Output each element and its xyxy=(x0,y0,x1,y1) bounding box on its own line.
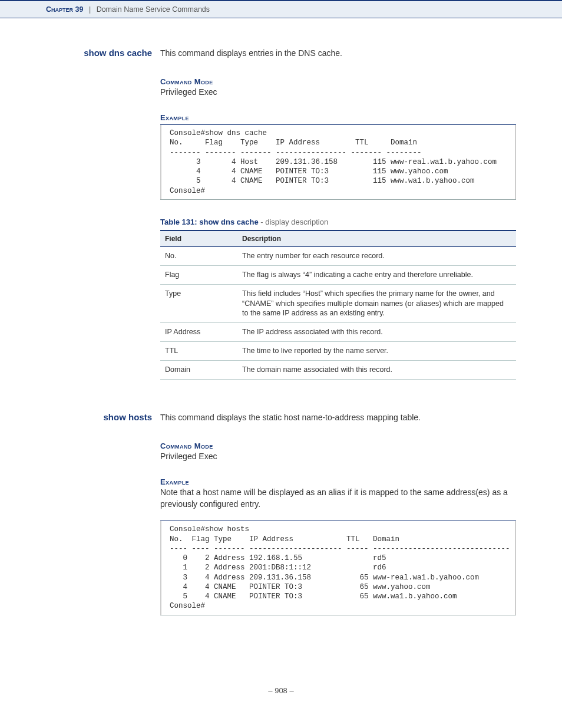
example-output: Console#show dns cache No. Flag Type IP … xyxy=(170,129,509,196)
chapter-name: Domain Name Service Commands xyxy=(97,5,210,14)
page-content: show dns cache This command displays ent… xyxy=(0,18,562,719)
section-body: Command Mode Privileged Exec Example Con… xyxy=(160,77,516,380)
example-box: Console#show hosts No. Flag Type IP Addr… xyxy=(160,521,516,614)
command-mode-label: Command Mode xyxy=(160,442,516,450)
chapter-label: Chapter 39 xyxy=(46,5,83,14)
section-show-hosts: show hosts This command displays the sta… xyxy=(46,412,516,615)
cell-field: Domain xyxy=(160,361,237,380)
table-caption-strong: Table 131: show dns cache xyxy=(160,218,259,226)
example-rule-bottom xyxy=(160,615,516,615)
example-output: Console#show hosts No. Flag Type IP Addr… xyxy=(170,525,509,611)
cell-field: Flag xyxy=(160,265,237,284)
cell-desc: This field includes “Host” which specifi… xyxy=(237,284,516,323)
command-mode-value: Privileged Exec xyxy=(160,87,516,98)
th-description: Description xyxy=(237,230,516,247)
table-row: Type This field includes “Host” which sp… xyxy=(160,284,516,323)
cell-desc: The flag is always “4” indicating a cach… xyxy=(237,265,516,284)
section-heading-row: show dns cache This command displays ent… xyxy=(46,48,516,60)
table-header-row: Field Description xyxy=(160,230,516,247)
table-caption: Table 131: show dns cache - display desc… xyxy=(160,218,516,226)
section-show-dns-cache: show dns cache This command displays ent… xyxy=(46,48,516,380)
command-mode-label: Command Mode xyxy=(160,77,516,86)
cell-desc: The entry number for each resource recor… xyxy=(237,246,516,265)
example-box: Console#show dns cache No. Flag Type IP … xyxy=(160,125,516,199)
side-heading-show-hosts: show hosts xyxy=(46,412,152,422)
intro-text: This command displays entries in the DNS… xyxy=(160,48,342,60)
table-row: TTL The time to live reported by the nam… xyxy=(160,342,516,361)
header-separator: | xyxy=(89,5,91,14)
th-field: Field xyxy=(160,230,237,247)
page-header: Chapter 39 | Domain Name Service Command… xyxy=(0,0,562,18)
section-body: Command Mode Privileged Exec Example Not… xyxy=(160,442,516,615)
section-heading-row: show hosts This command displays the sta… xyxy=(46,412,516,424)
cell-desc: The IP address associated with this reco… xyxy=(237,323,516,342)
example-rule-bottom xyxy=(160,199,516,200)
cell-field: Type xyxy=(160,284,237,323)
page-number: – 908 – xyxy=(46,686,516,695)
table-caption-light: - display description xyxy=(259,218,329,226)
table-row: Flag The flag is always “4” indicating a… xyxy=(160,265,516,284)
table-row: Domain The domain name associated with t… xyxy=(160,361,516,380)
example-label: Example xyxy=(160,477,516,486)
cell-field: IP Address xyxy=(160,323,237,342)
table-row: No. The entry number for each resource r… xyxy=(160,246,516,265)
side-heading-show-dns-cache: show dns cache xyxy=(46,48,152,58)
description-table: Field Description No. The entry number f… xyxy=(160,230,516,380)
command-mode-value: Privileged Exec xyxy=(160,451,516,463)
cell-field: No. xyxy=(160,246,237,265)
cell-field: TTL xyxy=(160,342,237,361)
example-label: Example xyxy=(160,113,516,122)
table-row: IP Address The IP address associated wit… xyxy=(160,323,516,342)
intro-text: This command displays the static host na… xyxy=(160,412,421,424)
cell-desc: The time to live reported by the name se… xyxy=(237,342,516,361)
cell-desc: The domain name associated with this rec… xyxy=(237,361,516,380)
example-note: Note that a host name will be displayed … xyxy=(160,487,516,510)
